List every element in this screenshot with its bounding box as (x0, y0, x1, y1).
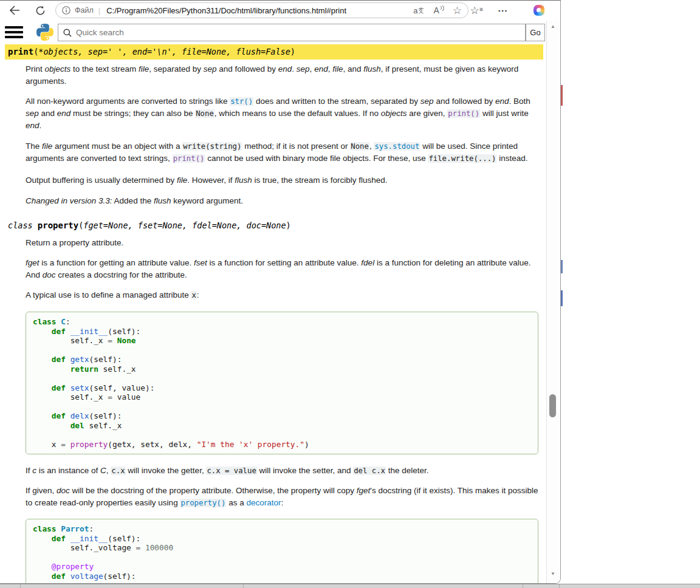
code-line (33, 374, 531, 383)
code-line (33, 553, 531, 562)
text-run: argument must be an object with a (52, 142, 182, 151)
text-run: Print (26, 64, 45, 74)
text-run: and followed by (216, 64, 278, 74)
browser-chrome: Файл | C:/Program%20Files/Python311/Doc/… (0, 1, 560, 21)
text-run: fget=None, fset=None, fdel=None, doc=Non… (83, 220, 286, 230)
docs-header: Quick search Go (0, 21, 546, 44)
back-button[interactable] (6, 2, 23, 19)
text-run: is an instance of (36, 466, 100, 475)
read-aloud-icon[interactable]: A (433, 5, 444, 15)
text-run: the deleter. (386, 466, 429, 475)
text-run: file (332, 64, 343, 74)
text-run: , which means to use the default values.… (214, 109, 381, 118)
text-run: Added the (112, 196, 154, 205)
vertical-scrollbar[interactable]: ▲ ▼ (546, 21, 558, 584)
window-edge-artifact (561, 85, 563, 106)
python-logo-icon[interactable] (36, 24, 53, 41)
text-run: will just write (480, 109, 529, 118)
collections-lines: ≡ (479, 6, 483, 13)
text-run: cannot be used with binary mode file obj… (205, 154, 428, 163)
more-menu-icon[interactable]: ⋯ (493, 2, 512, 19)
address-bar[interactable]: Файл | C:/Program%20Files/Python311/Doc/… (55, 2, 468, 18)
code-line (33, 346, 531, 355)
window-edge-artifact (561, 290, 563, 306)
scroll-down-arrow[interactable]: ▼ (547, 569, 559, 579)
text-run: fdel (361, 258, 374, 267)
text-run: flush (235, 176, 252, 185)
inline-link[interactable]: decorator (246, 498, 281, 507)
quick-search-input[interactable]: Quick search (58, 24, 526, 41)
copilot-icon[interactable] (534, 5, 544, 16)
text-run: All non-keyword arguments are converted … (26, 97, 230, 106)
text-run: . However, if (187, 176, 235, 185)
text-run: end (57, 109, 71, 118)
text-run: class (8, 220, 38, 230)
code-line: del self._x (33, 421, 531, 431)
collections-icon[interactable]: ☆ ≡ (465, 2, 484, 19)
scroll-up-arrow[interactable]: ▲ (547, 22, 559, 32)
text-run: None (350, 142, 369, 151)
refresh-button[interactable] (32, 2, 49, 19)
inline-link[interactable]: str() (230, 97, 253, 106)
browser-window: Файл | C:/Program%20Files/Python311/Doc/… (0, 0, 561, 584)
text-run: C (100, 466, 106, 475)
text-run: are given, (407, 109, 448, 118)
scrollbar-thumb[interactable] (549, 394, 556, 417)
favorite-star-icon[interactable]: ☆ (453, 4, 462, 17)
text-run: fset (194, 258, 207, 267)
code-line (33, 402, 531, 412)
text-run: file (42, 142, 52, 151)
text-run: The (26, 142, 42, 151)
text-run: flush (154, 196, 171, 205)
version-changed-note: Changed in version 3.3: Added the flush … (26, 195, 539, 207)
text-run: fget (26, 258, 39, 267)
page-info-icon[interactable] (62, 6, 70, 15)
text-run: If (26, 466, 32, 475)
menu-button[interactable] (5, 26, 23, 38)
code-line: self._x = value (33, 392, 531, 402)
translate-icon[interactable]: a (413, 6, 425, 15)
code-line: def voltage(self): (33, 572, 531, 581)
code-line: def __init__(self): (33, 534, 531, 544)
search-icon (63, 29, 72, 37)
text-run: . (39, 121, 42, 130)
text-run: ) (286, 220, 291, 230)
window-edge-artifact (561, 260, 563, 273)
code-line: def __init__(self): (33, 327, 531, 337)
inline-link[interactable]: print() (447, 109, 480, 118)
code-line: x = property(getx, setx, delx, "I'm the … (33, 440, 531, 450)
url-text[interactable]: C:/Program%20Files/Python311/Doc/html/li… (106, 6, 405, 15)
go-button[interactable]: Go (526, 24, 545, 41)
text-run: is a function for getting an attribute v… (39, 258, 194, 267)
code-line: def delx(self): (33, 411, 531, 421)
text-run: does and written to the stream, separate… (253, 97, 420, 106)
inline-link[interactable]: sys.stdout (374, 142, 420, 151)
text-run: ) (290, 47, 295, 56)
paragraph: A typical use is to define a managed att… (26, 289, 539, 301)
text-run: *objects, sep=' ', end='\n', file=None, … (38, 47, 290, 56)
text-run: del c.x (353, 467, 386, 475)
text-run: Output buffering is usually determined b… (26, 176, 177, 185)
text-run: end (278, 64, 292, 74)
inline-link[interactable]: property() (180, 499, 226, 507)
property-signature[interactable]: class property(fget=None, fset=None, fde… (8, 218, 546, 233)
text-run: print (8, 47, 33, 56)
text-run: will invoke the setter, and (257, 466, 353, 475)
text-run: to the text stream (70, 64, 139, 74)
text-run: : (281, 498, 284, 507)
text-run: objects (381, 109, 407, 118)
paragraph: The file argument must be an object with… (26, 140, 539, 165)
text-run: file (139, 64, 149, 74)
text-run: must be strings; they can also be (70, 109, 195, 118)
property-description: Return a property attribute. fget is a f… (26, 237, 539, 584)
text-run: . (292, 64, 297, 74)
inline-link[interactable]: print() (173, 154, 205, 163)
code-line: self._voltage = 100000 (33, 543, 531, 553)
code-line: return self._x (33, 364, 531, 374)
text-run: instead. (496, 154, 527, 163)
text-run: as a (226, 498, 246, 507)
text-run: c.x (111, 467, 125, 475)
print-signature[interactable]: print(*objects, sep=' ', end='\n', file=… (5, 44, 543, 60)
address-separator: | (98, 6, 100, 15)
text-run: is a function for setting an attribute v… (207, 258, 362, 267)
